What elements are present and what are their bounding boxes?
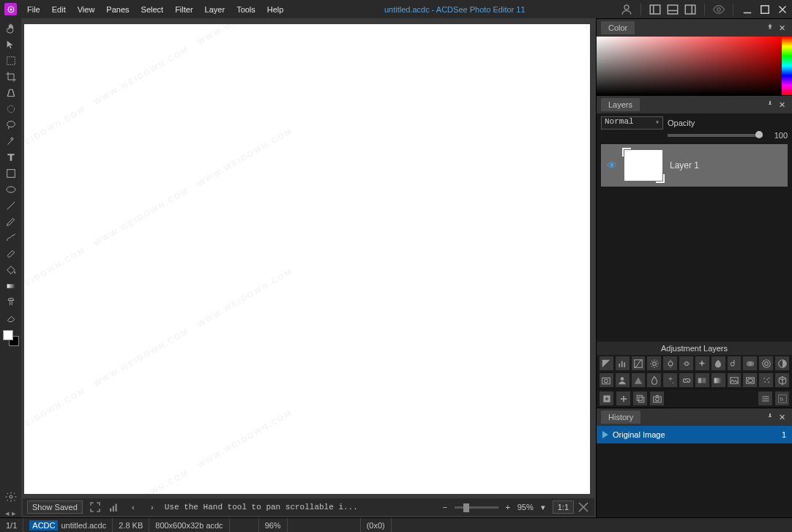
pencil-tool[interactable] (3, 214, 19, 229)
zoom-slider[interactable] (455, 506, 498, 509)
menu-layer[interactable]: Layer (199, 2, 231, 17)
fit-screen-icon[interactable] (89, 501, 102, 514)
layout-left-icon[interactable] (649, 3, 662, 16)
menu-tools[interactable]: Tools (231, 2, 261, 17)
adj-vignette-icon[interactable] (743, 373, 757, 387)
pin-icon[interactable] (764, 412, 776, 422)
adj-dehaze-icon[interactable] (711, 356, 725, 370)
shapes-tool[interactable] (3, 166, 19, 181)
brush-tool[interactable] (3, 247, 19, 261)
layout-right-icon[interactable] (684, 3, 697, 16)
hue-slider[interactable] (782, 37, 792, 95)
color-swatches[interactable] (3, 330, 19, 346)
menu-icon[interactable] (758, 391, 772, 405)
gradient-tool[interactable] (3, 279, 19, 293)
maximize-button[interactable] (758, 3, 772, 16)
clone-tool[interactable] (3, 295, 19, 310)
adj-color-balance-icon[interactable] (759, 356, 773, 370)
menu-view[interactable]: View (72, 2, 101, 17)
minimize-button[interactable] (741, 3, 754, 16)
history-tab[interactable]: History (601, 411, 640, 424)
history-item[interactable]: Original Image 1 (597, 426, 792, 443)
adj-gradient-icon[interactable] (711, 373, 725, 387)
zoom-in-icon[interactable]: + (501, 501, 515, 514)
visibility-eye-icon[interactable]: 👁 (607, 160, 617, 171)
adj-split-tone-icon[interactable] (695, 373, 709, 387)
layer-thumbnail[interactable] (624, 150, 662, 181)
layout-bottom-icon[interactable] (666, 3, 679, 16)
add-mask-icon[interactable] (599, 391, 613, 405)
close-icon[interactable]: ✕ (776, 23, 788, 33)
prev-arrow-icon[interactable]: ‹ (127, 501, 140, 514)
expand-toolbar-icon[interactable]: ◂ ▸ (3, 509, 19, 517)
adj-3d-icon[interactable] (775, 373, 789, 387)
eraser-tool[interactable] (3, 311, 19, 326)
duplicate-icon[interactable] (633, 391, 647, 405)
close-icon[interactable]: ✕ (776, 100, 788, 110)
menu-file[interactable]: File (21, 2, 46, 17)
settings-gear-icon[interactable] (3, 490, 19, 504)
account-icon[interactable] (620, 3, 633, 16)
adj-vibrance-icon[interactable] (679, 356, 693, 370)
adj-photo-icon[interactable] (599, 373, 613, 387)
ratio-button[interactable]: 1:1 (553, 501, 574, 514)
adj-person-icon[interactable] (616, 373, 630, 387)
adj-contrast-icon[interactable] (775, 356, 789, 370)
adj-link-icon[interactable] (679, 373, 693, 387)
svg-point-16 (7, 121, 15, 127)
menu-panes[interactable]: Panes (100, 2, 135, 17)
adj-brightness-icon[interactable] (647, 356, 661, 370)
curve-tool[interactable] (3, 231, 19, 245)
next-arrow-icon[interactable]: › (146, 501, 159, 514)
adj-grain-icon[interactable] (759, 373, 773, 387)
adj-image-icon[interactable] (728, 373, 741, 387)
zoom-dropdown-icon[interactable]: ▾ (537, 501, 550, 514)
blend-mode-select[interactable]: Normal (601, 116, 663, 130)
adj-sparkle-icon[interactable] (663, 373, 677, 387)
fit-icon[interactable] (577, 501, 590, 514)
foreground-color[interactable] (3, 330, 13, 340)
fx-icon[interactable]: fx (775, 391, 789, 405)
move-tool[interactable] (3, 37, 19, 52)
menu-edit[interactable]: Edit (46, 2, 72, 17)
text-tool[interactable] (3, 150, 19, 165)
crop-tool[interactable] (3, 70, 19, 84)
adj-clarity-icon[interactable] (695, 356, 709, 370)
close-button[interactable] (776, 3, 789, 16)
adj-tint-icon[interactable] (743, 356, 757, 370)
opacity-slider[interactable] (668, 134, 763, 137)
zoom-out-icon[interactable]: − (438, 501, 452, 514)
histogram-icon[interactable] (108, 501, 121, 514)
camera-icon[interactable] (650, 391, 664, 405)
adj-temp-icon[interactable] (728, 356, 741, 370)
color-tab[interactable]: Color (601, 21, 635, 34)
ellipse-tool[interactable] (3, 182, 19, 197)
adj-curves-icon[interactable] (632, 356, 646, 370)
visibility-icon[interactable] (712, 3, 725, 16)
fill-tool[interactable] (3, 263, 19, 277)
layer-row[interactable]: 👁 Layer 1 (601, 144, 788, 187)
adj-light-eq-icon[interactable] (663, 356, 677, 370)
canvas[interactable]: WWW.WEIDOWN.COM WWW.WEIDOWN.COM WWW.WEID… (24, 24, 590, 494)
magic-wand-tool[interactable] (3, 134, 19, 149)
perspective-tool[interactable] (3, 86, 19, 100)
adj-drop-icon[interactable] (647, 373, 661, 387)
pin-icon[interactable] (764, 23, 776, 33)
color-field[interactable] (597, 37, 782, 95)
menu-select[interactable]: Select (135, 2, 170, 17)
adj-levels-icon[interactable] (616, 356, 630, 370)
show-saved-button[interactable]: Show Saved (27, 501, 83, 514)
lasso-tool[interactable] (3, 118, 19, 132)
layers-tab[interactable]: Layers (601, 98, 640, 111)
menu-filter[interactable]: Filter (169, 2, 198, 17)
line-tool[interactable] (3, 198, 19, 213)
hand-tool[interactable] (3, 21, 19, 36)
add-layer-icon[interactable] (616, 391, 630, 405)
polygon-select-tool[interactable] (3, 102, 19, 116)
adj-flip-icon[interactable] (632, 373, 646, 387)
pin-icon[interactable] (764, 100, 776, 110)
marquee-select-tool[interactable] (3, 53, 19, 68)
close-icon[interactable]: ✕ (776, 413, 788, 422)
adj-exposure-icon[interactable] (599, 356, 613, 370)
menu-help[interactable]: Help (261, 2, 290, 17)
